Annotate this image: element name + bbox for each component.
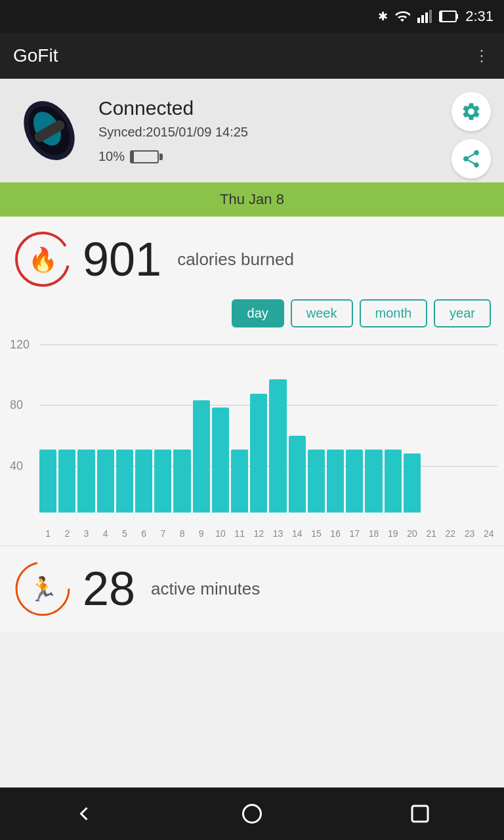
svg-rect-1 [421, 15, 424, 23]
wifi-icon [394, 9, 410, 24]
back-button[interactable] [64, 794, 104, 833]
x-label-9: 9 [193, 528, 210, 539]
chart-container: 120 80 40 [39, 345, 497, 528]
filter-year-button[interactable]: year [434, 299, 491, 327]
svg-rect-3 [429, 10, 432, 23]
time-filter: day week month year [13, 299, 491, 327]
battery-row: 10% [98, 149, 491, 164]
bar-1 [39, 450, 56, 513]
recent-apps-button[interactable] [400, 794, 440, 833]
app-bar: GoFit ⋮ [0, 33, 504, 79]
device-info: Connected Synced:2015/01/09 14:25 10% [98, 97, 491, 164]
run-icon: 🏃 [13, 559, 72, 618]
x-label-6: 6 [135, 528, 152, 539]
bluetooth-icon: ✱ [378, 9, 388, 24]
calories-number: 901 [83, 236, 161, 283]
bar-19 [385, 450, 402, 513]
signal-icon [417, 9, 432, 24]
share-icon [461, 148, 482, 169]
calories-section: 🔥 901 calories burned day week month yea… [0, 217, 504, 345]
bar-18 [365, 450, 382, 513]
x-label-23: 23 [461, 528, 478, 539]
bar-11 [231, 450, 248, 513]
chart-section: 120 80 40 123456789101112131415161718192… [0, 345, 504, 545]
fire-ring-icon: 🔥 [13, 230, 72, 289]
battery-level-icon [130, 150, 163, 163]
x-label-12: 12 [250, 528, 267, 539]
x-label-22: 22 [442, 528, 459, 539]
x-label-15: 15 [308, 528, 325, 539]
active-section: 🏃 28 active minutes [0, 545, 504, 631]
bar-8 [173, 450, 190, 513]
svg-rect-16 [412, 806, 428, 822]
bar-7 [154, 450, 171, 513]
active-label: active minutes [151, 579, 260, 599]
overflow-menu-icon[interactable]: ⋮ [474, 47, 491, 65]
date-bar: Thu Jan 8 [0, 182, 504, 217]
x-label-3: 3 [77, 528, 94, 539]
x-label-16: 16 [327, 528, 344, 539]
connection-status: Connected [98, 97, 491, 119]
device-section: Connected Synced:2015/01/09 14:25 10% [0, 79, 504, 182]
x-label-14: 14 [289, 528, 306, 539]
sync-time: Synced:2015/01/09 14:25 [98, 125, 491, 140]
bar-17 [346, 450, 363, 513]
svg-text:🔥: 🔥 [28, 245, 58, 274]
bar-5 [116, 450, 133, 513]
svg-rect-6 [440, 12, 442, 21]
x-label-17: 17 [346, 528, 363, 539]
calories-header: 🔥 901 calories burned [13, 230, 491, 289]
x-label-24: 24 [480, 528, 497, 539]
battery-icon [439, 10, 459, 23]
home-button[interactable] [232, 794, 272, 833]
bar-4 [97, 450, 114, 513]
bar-14 [289, 436, 306, 513]
active-number: 28 [83, 565, 135, 612]
back-icon [72, 802, 96, 826]
x-label-18: 18 [365, 528, 382, 539]
x-axis-labels: 123456789101112131415161718192021222324 [39, 528, 497, 539]
filter-month-button[interactable]: month [360, 299, 428, 327]
status-bar: ✱ 2:31 [0, 0, 504, 33]
x-label-19: 19 [385, 528, 402, 539]
home-icon [240, 802, 264, 826]
svg-rect-2 [425, 12, 428, 23]
x-label-8: 8 [173, 528, 190, 539]
bar-15 [308, 450, 325, 513]
x-label-10: 10 [212, 528, 229, 539]
x-label-13: 13 [269, 528, 286, 539]
svg-rect-5 [457, 14, 458, 19]
app-title: GoFit [13, 45, 58, 66]
share-button[interactable] [452, 139, 491, 178]
svg-rect-0 [417, 18, 420, 23]
bar-13 [269, 379, 286, 513]
x-label-7: 7 [154, 528, 171, 539]
svg-point-15 [243, 805, 261, 823]
x-label-5: 5 [116, 528, 133, 539]
x-label-2: 2 [58, 528, 75, 539]
recent-icon [408, 802, 432, 826]
filter-day-button[interactable]: day [232, 299, 284, 327]
gear-icon [461, 101, 482, 122]
settings-button[interactable] [452, 92, 491, 131]
bar-2 [58, 450, 75, 513]
date-text: Thu Jan 8 [220, 191, 284, 208]
y-label-80: 80 [10, 398, 23, 412]
x-label-21: 21 [423, 528, 440, 539]
filter-week-button[interactable]: week [291, 299, 353, 327]
device-actions [452, 92, 491, 178]
device-image [13, 94, 85, 167]
y-label-120: 120 [10, 338, 30, 352]
y-label-40: 40 [10, 459, 23, 472]
bar-3 [77, 450, 94, 513]
svg-text:🏃: 🏃 [28, 575, 58, 603]
bar-12 [250, 394, 267, 513]
bar-20 [404, 453, 421, 513]
bars-area [39, 345, 497, 513]
x-label-11: 11 [231, 528, 248, 539]
x-label-20: 20 [404, 528, 421, 539]
bar-6 [135, 450, 152, 513]
nav-bar [0, 788, 504, 840]
x-label-1: 1 [39, 528, 56, 539]
battery-percent: 10% [98, 149, 125, 164]
